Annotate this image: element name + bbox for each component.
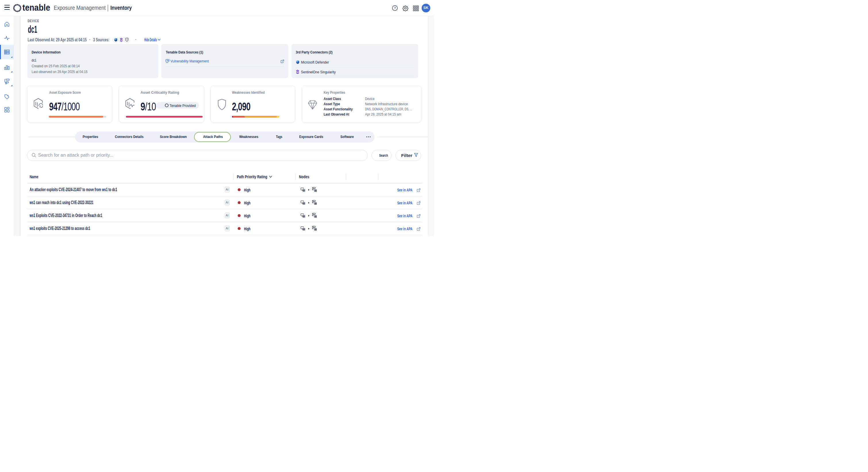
svg-text:?: ? xyxy=(394,6,396,10)
